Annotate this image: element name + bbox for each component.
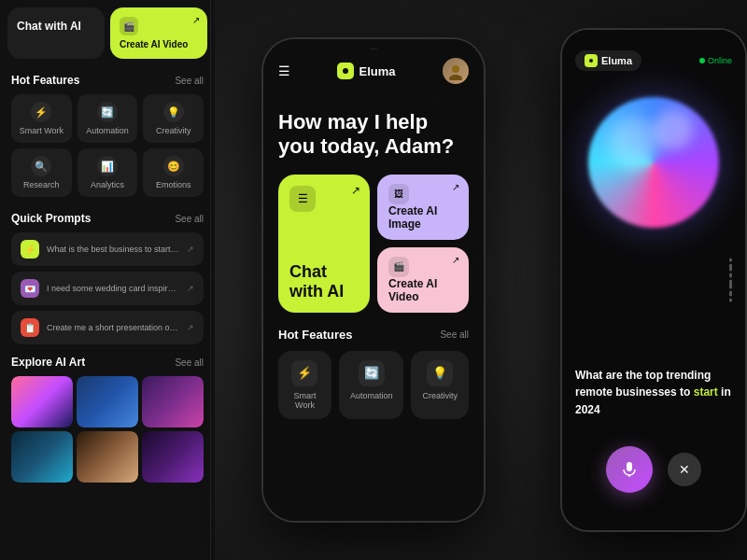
creativity-label: Creativity <box>156 126 191 135</box>
explore-img-6[interactable] <box>142 431 204 483</box>
right-logo-text: Eluma <box>601 55 632 66</box>
wave-bar-2 <box>729 264 732 272</box>
create-image-card[interactable]: 🖼 ↗ Create AI Image <box>377 175 469 240</box>
create-image-label: Create AI Image <box>388 204 458 231</box>
right-phone: Eluma Online <box>560 28 747 532</box>
user-avatar[interactable] <box>443 58 469 84</box>
hf-automation-icon: 🔄 <box>359 360 385 386</box>
image-icon: 🖼 <box>388 184 409 204</box>
center-phone-inner: ☰ Eluma How may I help you today, Adam? <box>263 39 484 521</box>
hf-see-all[interactable]: See all <box>440 329 469 340</box>
feature-analytics[interactable]: 📊 Analytics <box>78 148 138 197</box>
prompt-dot-1: ⚡ <box>21 240 39 259</box>
hf-automation[interactable]: 🔄 Automation <box>339 351 404 419</box>
smart-work-label: Smart Work <box>20 126 63 135</box>
bottom-highlight: start <box>694 385 718 399</box>
explore-img-4[interactable] <box>11 431 73 483</box>
explore-art-see-all[interactable]: See all <box>175 357 204 368</box>
wave-bar-5 <box>729 291 732 297</box>
create-video-card[interactable]: 🎬 ↗ Create AI Video <box>377 247 469 313</box>
close-icon: ✕ <box>679 462 690 477</box>
right-logo: Eluma <box>575 50 641 71</box>
prompt-item-3[interactable]: 📋 Create me a short presentation on Li..… <box>11 311 204 344</box>
quick-prompts-see-all[interactable]: See all <box>175 214 204 224</box>
bottom-question: What are the top trending remote busines… <box>575 369 731 417</box>
prompt-dot-3: 📋 <box>21 318 39 337</box>
hot-features-left: Hot Features See all ⚡ Smart Work 🔄 Auto… <box>0 66 215 204</box>
quick-prompts-header: Quick Prompts See all <box>11 212 204 225</box>
right-logo-icon <box>585 54 598 67</box>
left-panel: Chat with AI 🎬 Create AI Video ↗ Hot Fea… <box>0 0 215 560</box>
video-icon-center: 🎬 <box>388 257 409 277</box>
explore-img-2[interactable] <box>77 376 138 427</box>
prompt-item-1[interactable]: ⚡ What is the best business to start in.… <box>11 232 204 266</box>
prompt-arrow-3: ↗ <box>187 323 194 332</box>
quick-prompts-section: Quick Prompts See all ⚡ What is the best… <box>0 204 215 348</box>
chat-arrow-icon: ↗ <box>351 184 360 197</box>
greeting-section: How may I help you today, Adam? <box>263 91 484 175</box>
online-indicator <box>699 58 705 63</box>
bottom-controls: ✕ <box>562 446 745 493</box>
video-arrow-icon: ↗ <box>452 255 459 265</box>
hot-features-center: Hot Features See all ⚡ Smart Work 🔄 Auto… <box>263 313 484 419</box>
feature-smart-work[interactable]: ⚡ Smart Work <box>11 94 72 143</box>
automation-icon: 🔄 <box>97 102 118 122</box>
hf-smart-work[interactable]: ⚡ Smart Work <box>278 351 331 419</box>
chat-card-label: Chatwith AI <box>289 262 344 301</box>
right-bottom-text: What are the top trending remote busines… <box>575 366 732 418</box>
feature-creativity[interactable]: 💡 Creativity <box>143 94 204 143</box>
svg-rect-5 <box>627 462 632 471</box>
hf-smart-work-icon: ⚡ <box>291 360 317 386</box>
prompt-arrow-1: ↗ <box>187 245 194 254</box>
create-video-label: Create AI Video <box>388 277 458 303</box>
smart-work-icon: ⚡ <box>31 102 51 122</box>
center-logo-text: Eluma <box>359 64 395 78</box>
wave-bar-3 <box>729 273 732 278</box>
prompt-item-2[interactable]: 💌 I need some wedding card inspiration..… <box>11 272 204 305</box>
svg-point-1 <box>345 70 347 73</box>
prompt-text-2: I need some wedding card inspiration... <box>47 284 179 293</box>
features-grid-left: ⚡ Smart Work 🔄 Automation 💡 Creativity 🔍… <box>11 94 204 197</box>
chat-icon: ☰ <box>289 186 316 212</box>
explore-img-3[interactable] <box>142 376 204 427</box>
feature-research[interactable]: 🔍 Research <box>11 148 72 197</box>
chat-with-ai-card-left[interactable]: Chat with AI <box>7 7 105 59</box>
hamburger-icon[interactable]: ☰ <box>278 63 290 78</box>
mic-button[interactable] <box>606 446 653 493</box>
explore-art-title: Explore AI Art <box>11 356 85 369</box>
research-label: Research <box>23 180 60 189</box>
hf-creativity-icon: 💡 <box>427 360 453 386</box>
emotions-icon: 😊 <box>163 156 184 176</box>
prompt-dot-2: 💌 <box>21 279 39 298</box>
explore-img-1[interactable] <box>11 376 73 427</box>
hf-creativity[interactable]: 💡 Creativity <box>411 351 469 419</box>
scene: Chat with AI 🎬 Create AI Video ↗ Hot Fea… <box>0 0 747 560</box>
feature-emotions[interactable]: 😊 Emotions <box>143 148 204 197</box>
emotions-label: Emotions <box>156 180 191 189</box>
action-cards: ☰ ↗ Chatwith AI 🖼 ↗ Create AI Image 🎬 ↗ <box>263 175 484 313</box>
greeting-text: How may I help you today, Adam? <box>278 110 454 158</box>
creativity-icon: 💡 <box>163 102 184 122</box>
explore-art-header: Explore AI Art See all <box>11 356 204 369</box>
hot-features-see-all-left[interactable]: See all <box>175 76 204 86</box>
hf-smart-work-label: Smart Work <box>289 391 320 410</box>
prompt-text-3: Create me a short presentation on Li... <box>47 323 179 332</box>
create-ai-video-card-left[interactable]: 🎬 Create AI Video ↗ <box>110 7 207 59</box>
svg-point-4 <box>589 59 593 63</box>
orb-container <box>562 78 745 246</box>
wave-indicator <box>729 259 732 302</box>
image-arrow-icon: ↗ <box>452 182 459 192</box>
online-text: Online <box>708 56 732 65</box>
explore-img-5[interactable] <box>77 431 138 483</box>
right-phone-header: Eluma Online <box>562 39 745 78</box>
hot-features-title-left: Hot Features <box>11 74 79 87</box>
wave-bar-6 <box>729 299 732 302</box>
analytics-icon: 📊 <box>97 156 118 176</box>
explore-art-section: Explore AI Art See all <box>0 348 215 486</box>
video-icon-left: 🎬 <box>120 17 138 35</box>
orb-shine <box>654 110 693 149</box>
center-phone: ☰ Eluma How may I help you today, Adam? <box>261 37 486 523</box>
feature-automation[interactable]: 🔄 Automation <box>78 94 138 143</box>
close-button[interactable]: ✕ <box>668 453 701 486</box>
chat-with-ai-card[interactable]: ☰ ↗ Chatwith AI <box>278 175 370 313</box>
